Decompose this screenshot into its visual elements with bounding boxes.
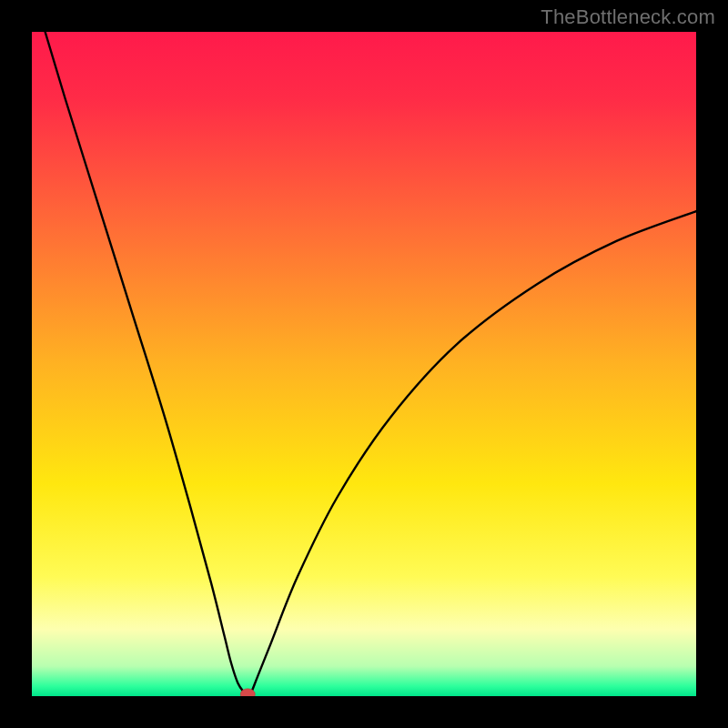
outer-frame: TheBottleneck.com: [0, 0, 728, 728]
plot-area: [32, 32, 696, 696]
gradient-background: [32, 32, 696, 696]
chart-svg: [32, 32, 696, 696]
watermark-text: TheBottleneck.com: [541, 5, 715, 29]
